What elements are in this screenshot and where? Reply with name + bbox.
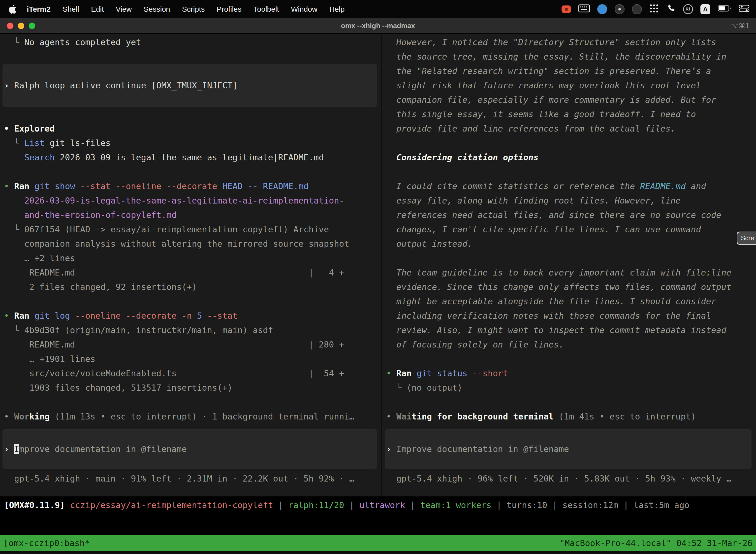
battery-icon[interactable] bbox=[718, 5, 731, 13]
terminal-text-segment: Ralph loop active continue [OMX_TMUX_INJ… bbox=[14, 80, 238, 90]
terminal-text-segment: • bbox=[4, 311, 14, 321]
terminal-line: of focusing solely on file lines. bbox=[386, 337, 756, 352]
left-input-box[interactable]: › Improve documentation in @filename bbox=[2, 429, 377, 469]
terminal-text-segment: Wai bbox=[396, 411, 412, 422]
terminal-text-segment bbox=[50, 411, 55, 422]
keyboard-viewer-icon[interactable] bbox=[578, 4, 590, 14]
terminal-line: └ List git ls-files bbox=[4, 136, 381, 150]
menu-item-edit[interactable]: Edit bbox=[85, 5, 110, 13]
menu-item-shell[interactable]: Shell bbox=[57, 5, 85, 13]
terminal-text-segment: team:1 workers bbox=[421, 500, 492, 510]
terminal-text-segment: --stat --oneline --decorate bbox=[80, 181, 222, 191]
terminal-text-segment: └ 4b9d30f (origin/main, instructkr/main,… bbox=[4, 325, 273, 335]
window-title-bar[interactable]: omx --xhigh --madmax ⌥⌘1 bbox=[0, 18, 756, 34]
app-icon-dark-2[interactable] bbox=[632, 4, 642, 14]
left-status-line: gpt-5.4 xhigh · main · 91% left · 2.31M … bbox=[4, 472, 381, 486]
terminal-text-segment: No agents completed yet bbox=[24, 37, 141, 47]
battery-gauge-icon[interactable]: 61 bbox=[683, 4, 693, 14]
terminal-text-segment: README.md | 4 + bbox=[4, 268, 344, 277]
terminal-text-segment: README.md | 280 + bbox=[4, 340, 344, 349]
menu-item-iterm2[interactable]: iTerm2 bbox=[21, 5, 57, 13]
left-lines-top: └ No agents completed yet bbox=[4, 35, 381, 64]
tmux-session-label[interactable]: [omx-cczip0:bash* bbox=[3, 538, 90, 548]
terminal-text-segment: I bbox=[14, 444, 19, 454]
app-icon-dark-1[interactable] bbox=[615, 4, 625, 14]
terminal-line: 2 files changed, 92 insertions(+) bbox=[4, 280, 381, 294]
menu-item-session[interactable]: Session bbox=[138, 5, 176, 13]
minimize-window-button[interactable] bbox=[18, 22, 24, 29]
terminal-text-segment: slight risk that future readers may over… bbox=[386, 80, 701, 90]
terminal-text-segment: 2026-03-09-is-legal-the-same-as-legitima… bbox=[55, 152, 324, 162]
terminal-text-segment: changes, I can't cite specific file line… bbox=[386, 224, 701, 234]
input-source-icon[interactable]: A bbox=[700, 4, 710, 14]
terminal-text-segment: Search bbox=[24, 152, 55, 162]
terminal-right-pane[interactable]: However, I noticed the "Directory Struct… bbox=[382, 34, 756, 496]
terminal-line: essay file, along with finding root file… bbox=[386, 193, 756, 208]
terminal-line: └ (no output) bbox=[386, 381, 756, 395]
terminal-text-segment: and-the-erosion-of-copyleft.md bbox=[4, 210, 177, 220]
phone-icon[interactable] bbox=[666, 4, 676, 15]
terminal-text-segment: evidence. Since this change only affects… bbox=[386, 282, 732, 292]
terminal-line: this single essay, it seems like a good … bbox=[386, 107, 756, 121]
menu-item-window[interactable]: Window bbox=[285, 5, 323, 13]
terminal-line bbox=[386, 395, 756, 409]
terminal-text-segment: • bbox=[4, 411, 14, 422]
traffic-lights bbox=[7, 22, 35, 29]
terminal-text-segment: -n bbox=[182, 311, 197, 321]
terminal-text-segment: ting for background terminal bbox=[412, 411, 554, 422]
terminal-text-segment: last:5m ago bbox=[633, 500, 689, 510]
terminal-line: 2026-03-09-is-legal-the-same-as-legitima… bbox=[4, 193, 381, 208]
apple-menu-icon[interactable] bbox=[9, 4, 17, 14]
terminal-text-segment bbox=[4, 152, 24, 162]
tmux-status-bar: [omx-cczip0:bash* "MacBook-Pro-44.local"… bbox=[0, 535, 756, 551]
terminal-text-segment: List bbox=[24, 138, 45, 148]
terminal-line: the "Related research writing" section i… bbox=[386, 64, 756, 78]
right-input-box[interactable]: › Improve documentation in @filename bbox=[385, 429, 752, 469]
terminal-left-pane[interactable]: └ No agents completed yet › Ralph loop a… bbox=[0, 34, 381, 496]
terminal-text-segment: [OMX#0.11.9] bbox=[4, 500, 70, 510]
app-icon-blue[interactable] bbox=[597, 4, 607, 14]
omx-status-bar: [OMX#0.11.9] cczip/essay/ai-reimplementa… bbox=[0, 496, 756, 513]
terminal-text-segment: README.md bbox=[640, 181, 686, 191]
terminal-text-segment: Ran bbox=[396, 368, 417, 378]
tmux-host-time-label: "MacBook-Pro-44.local" 04:52 31-Mar-26 bbox=[560, 538, 753, 548]
close-window-button[interactable] bbox=[7, 22, 13, 29]
terminal-line: slight risk that future readers may over… bbox=[386, 78, 756, 93]
terminal-text-segment: • bbox=[4, 181, 14, 191]
terminal-text-segment: (1m 41s • esc to interrupt) bbox=[559, 411, 696, 422]
zoom-window-button[interactable] bbox=[29, 22, 35, 29]
terminal-line: gpt-5.4 xhigh · 96% left · 520K in · 5.8… bbox=[386, 472, 756, 486]
recording-indicator-icon[interactable] bbox=[562, 5, 571, 13]
control-center-icon[interactable] bbox=[739, 5, 750, 14]
terminal-text-segment: • Explored bbox=[4, 124, 55, 133]
terminal-text-segment: essay file, along with finding root file… bbox=[386, 196, 681, 206]
terminal-line bbox=[386, 352, 756, 366]
dots-grid-icon[interactable] bbox=[649, 4, 659, 15]
terminal-text-segment: | bbox=[344, 500, 359, 510]
terminal-text-segment bbox=[554, 411, 559, 422]
omx-status-line: [OMX#0.11.9] cczip/essay/ai-reimplementa… bbox=[4, 498, 756, 512]
terminal-line: README.md | 280 + bbox=[4, 337, 381, 352]
terminal-text-segment: 1903 files changed, 513517 insertions(+) bbox=[4, 383, 233, 393]
terminal-text-segment: Wor bbox=[14, 411, 29, 422]
right-lines: However, I noticed the "Directory Struct… bbox=[386, 35, 756, 424]
terminal-line: └ 067f154 (HEAD -> essay/ai-reimplementa… bbox=[4, 222, 381, 236]
menu-item-toolbelt[interactable]: Toolbelt bbox=[248, 5, 285, 13]
terminal-line: companion analysis without altering the … bbox=[4, 236, 381, 251]
screen-edge-overlay-label: Scre bbox=[741, 234, 754, 242]
menu-item-scripts[interactable]: Scripts bbox=[176, 5, 211, 13]
screen-edge-overlay[interactable]: Scre bbox=[737, 232, 756, 245]
terminal-line: › Improve documentation in @filename bbox=[386, 442, 569, 456]
terminal-text-segment: 5 bbox=[197, 311, 207, 321]
menu-item-profiles[interactable]: Profiles bbox=[210, 5, 247, 13]
terminal-line: [OMX#0.11.9] cczip/essay/ai-reimplementa… bbox=[4, 498, 756, 512]
window-title: omx --xhigh --madmax bbox=[0, 22, 756, 30]
terminal-line: src/voice/voiceModeEnabled.ts | 54 + bbox=[4, 366, 381, 381]
terminal-text-segment: git show bbox=[35, 181, 80, 191]
terminal-line: › Ralph loop active continue [OMX_TMUX_I… bbox=[4, 78, 238, 93]
menu-item-view[interactable]: View bbox=[110, 5, 138, 13]
terminal-text-segment: and bbox=[686, 181, 706, 191]
terminal-line: provide file and line references from th… bbox=[386, 121, 756, 136]
menu-item-help[interactable]: Help bbox=[323, 5, 351, 13]
terminal-text-segment: 2026-03-09-is-legal-the-same-as-legitima… bbox=[4, 196, 344, 206]
